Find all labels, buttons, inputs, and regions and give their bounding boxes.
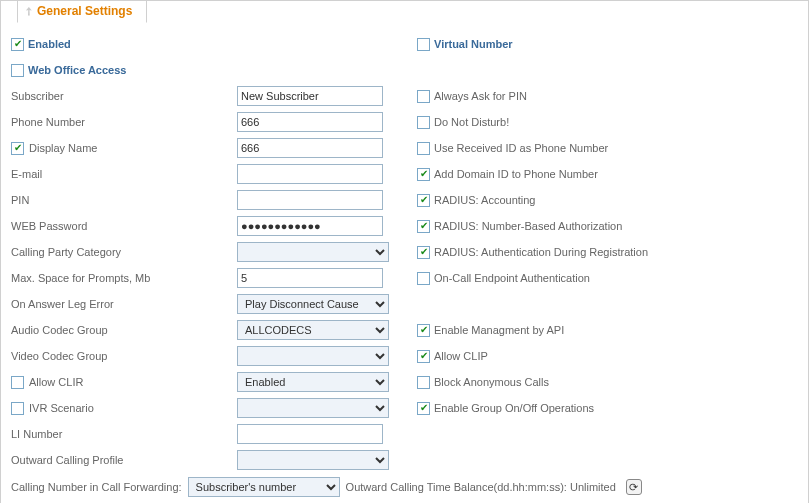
field-label: Audio Codec Group xyxy=(11,324,108,336)
field-label: Phone Number xyxy=(11,116,85,128)
right-option-checkbox[interactable]: Allow CLIP xyxy=(417,350,488,363)
row-0-right-cb[interactable] xyxy=(417,90,430,103)
field-select[interactable]: Play Disconnect Cause xyxy=(237,294,389,314)
row-11-left-cb[interactable] xyxy=(11,376,24,389)
right-option-checkbox[interactable]: Enable Managment by API xyxy=(417,324,564,337)
right-option-checkbox[interactable]: Do Not Disturb! xyxy=(417,116,509,129)
right-option-checkbox[interactable]: RADIUS: Number-Based Authorization xyxy=(417,220,622,233)
call-fwd-label: Calling Number in Call Forwarding: xyxy=(11,481,182,493)
field-input[interactable] xyxy=(237,164,383,184)
field-select[interactable] xyxy=(237,398,389,418)
enabled-cb[interactable] xyxy=(11,38,24,51)
field-input[interactable] xyxy=(237,268,383,288)
field-label: LI Number xyxy=(11,428,62,440)
row-2-right-cb[interactable] xyxy=(417,142,430,155)
right-option-checkbox[interactable]: Always Ask for PIN xyxy=(417,90,527,103)
row-10-right-cb[interactable] xyxy=(417,350,430,363)
refresh-icon[interactable]: ⟳ xyxy=(626,479,642,495)
call-fwd-select[interactable]: Subscriber's number xyxy=(188,477,340,497)
row-3-right-cb[interactable] xyxy=(417,168,430,181)
row-2-left-cb[interactable] xyxy=(11,142,24,155)
row-1-right-cb[interactable] xyxy=(417,116,430,129)
field-input[interactable] xyxy=(237,112,383,132)
field-input[interactable] xyxy=(237,424,383,444)
right-option-label: On-Call Endpoint Authentication xyxy=(434,272,590,284)
right-option-checkbox[interactable]: RADIUS: Accounting xyxy=(417,194,536,207)
row-12-right-cb[interactable] xyxy=(417,402,430,415)
right-option-label: RADIUS: Accounting xyxy=(434,194,536,206)
enabled-checkbox[interactable]: Enabled xyxy=(11,38,71,51)
virtual-number-label: Virtual Number xyxy=(434,38,513,50)
outward-balance-text: Outward Calling Time Balance(dd.hh:mm:ss… xyxy=(346,481,616,493)
right-option-checkbox[interactable]: Enable Group On/Off Operations xyxy=(417,402,594,415)
field-label: On Answer Leg Error xyxy=(11,298,114,310)
right-option-checkbox[interactable]: Add Domain ID to Phone Number xyxy=(417,168,598,181)
field-select[interactable]: ALLCODECS xyxy=(237,320,389,340)
web-office-checkbox[interactable]: Web Office Access xyxy=(11,64,126,77)
tab-general-settings[interactable]: ➚ General Settings xyxy=(17,0,147,23)
row-7-right-cb[interactable] xyxy=(417,272,430,285)
external-link-icon: ➚ xyxy=(21,3,37,19)
row-12-left-cb[interactable] xyxy=(11,402,24,415)
right-option-checkbox[interactable]: Use Received ID as Phone Number xyxy=(417,142,608,155)
web-office-label: Web Office Access xyxy=(28,64,126,76)
field-label: Allow CLIR xyxy=(29,376,83,388)
row-4-right-cb[interactable] xyxy=(417,194,430,207)
right-option-label: RADIUS: Number-Based Authorization xyxy=(434,220,622,232)
field-label: E-mail xyxy=(11,168,42,180)
row-5-right-cb[interactable] xyxy=(417,220,430,233)
right-option-checkbox[interactable]: RADIUS: Authentication During Registrati… xyxy=(417,246,648,259)
right-option-checkbox[interactable]: Block Anonymous Calls xyxy=(417,376,549,389)
right-option-label: Block Anonymous Calls xyxy=(434,376,549,388)
virtual-number-cb[interactable] xyxy=(417,38,430,51)
field-select[interactable] xyxy=(237,450,389,470)
virtual-number-checkbox[interactable]: Virtual Number xyxy=(417,38,513,51)
field-input[interactable] xyxy=(237,190,383,210)
field-label: Display Name xyxy=(29,142,97,154)
tab-title: General Settings xyxy=(37,4,132,18)
right-option-label: Enable Managment by API xyxy=(434,324,564,336)
web-office-cb[interactable] xyxy=(11,64,24,77)
password-input[interactable] xyxy=(237,216,383,236)
right-option-label: Enable Group On/Off Operations xyxy=(434,402,594,414)
field-label: Calling Party Category xyxy=(11,246,121,258)
enabled-label: Enabled xyxy=(28,38,71,50)
right-option-label: Always Ask for PIN xyxy=(434,90,527,102)
field-label: Max. Space for Prompts, Mb xyxy=(11,272,150,284)
field-label: Video Codec Group xyxy=(11,350,107,362)
right-option-label: Use Received ID as Phone Number xyxy=(434,142,608,154)
right-option-checkbox[interactable]: On-Call Endpoint Authentication xyxy=(417,272,590,285)
field-label: WEB Password xyxy=(11,220,87,232)
field-label: IVR Scenario xyxy=(29,402,94,414)
row-11-right-cb[interactable] xyxy=(417,376,430,389)
field-select[interactable] xyxy=(237,346,389,366)
field-input[interactable] xyxy=(237,138,383,158)
field-input[interactable] xyxy=(237,86,383,106)
right-option-label: Add Domain ID to Phone Number xyxy=(434,168,598,180)
row-9-right-cb[interactable] xyxy=(417,324,430,337)
right-option-label: Allow CLIP xyxy=(434,350,488,362)
row-6-right-cb[interactable] xyxy=(417,246,430,259)
field-select[interactable]: Enabled xyxy=(237,372,389,392)
field-label: Outward Calling Profile xyxy=(11,454,124,466)
right-option-label: RADIUS: Authentication During Registrati… xyxy=(434,246,648,258)
field-label: PIN xyxy=(11,194,29,206)
field-label: Subscriber xyxy=(11,90,64,102)
right-option-label: Do Not Disturb! xyxy=(434,116,509,128)
field-select[interactable] xyxy=(237,242,389,262)
